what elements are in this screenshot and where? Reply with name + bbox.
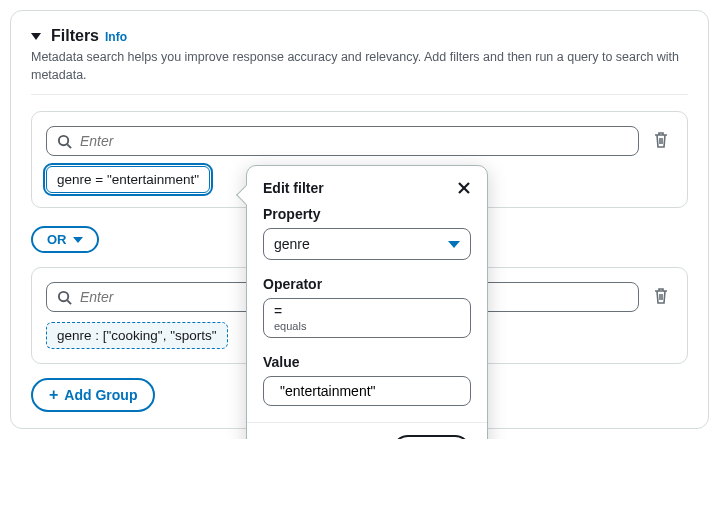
operator-symbol: = [274, 303, 306, 320]
connector-or-button[interactable]: OR [31, 226, 99, 253]
svg-line-1 [67, 144, 71, 148]
filters-title: Filters [51, 27, 99, 45]
edit-filter-popover: Edit filter Property genre Operator = eq… [246, 165, 488, 439]
plus-icon: + [49, 386, 58, 404]
filters-panel: Filters Info Metadata search helps you i… [10, 10, 709, 429]
apply-button[interactable]: Apply [392, 435, 471, 439]
search-icon [57, 134, 72, 149]
property-label: Property [263, 206, 471, 222]
svg-line-3 [67, 300, 71, 304]
operator-label: Operator [263, 276, 471, 292]
trash-icon [653, 287, 669, 305]
svg-point-2 [59, 291, 68, 300]
delete-group-1-button[interactable] [649, 127, 673, 156]
filter-search-input-1[interactable] [46, 126, 639, 156]
value-label: Value [263, 354, 471, 370]
add-group-button[interactable]: + Add Group [31, 378, 155, 412]
chevron-down-icon [73, 237, 83, 243]
collapse-caret-icon[interactable] [31, 33, 41, 40]
filter-chip-genre-list[interactable]: genre : ["cooking", "sports" [46, 322, 228, 349]
trash-icon [653, 131, 669, 149]
info-link[interactable]: Info [105, 30, 127, 44]
add-group-label: Add Group [64, 387, 137, 403]
filter-search-field-1[interactable] [80, 133, 628, 149]
value-input[interactable] [280, 383, 455, 399]
chevron-down-icon [448, 241, 460, 248]
filter-chip-genre-entertainment[interactable]: genre = "entertainment" [46, 166, 210, 193]
value-input-wrap[interactable] [263, 376, 471, 406]
connector-label: OR [47, 232, 67, 247]
popover-title: Edit filter [263, 180, 324, 196]
operator-select[interactable]: = equals [263, 298, 471, 338]
close-icon[interactable] [457, 181, 471, 195]
delete-group-2-button[interactable] [649, 283, 673, 312]
operator-name: equals [274, 320, 306, 333]
property-value: genre [274, 236, 310, 252]
search-icon [57, 290, 72, 305]
filters-header: Filters Info [31, 27, 688, 45]
svg-point-0 [59, 135, 68, 144]
divider [31, 94, 688, 95]
property-select[interactable]: genre [263, 228, 471, 260]
filters-description: Metadata search helps you improve respon… [31, 49, 688, 84]
